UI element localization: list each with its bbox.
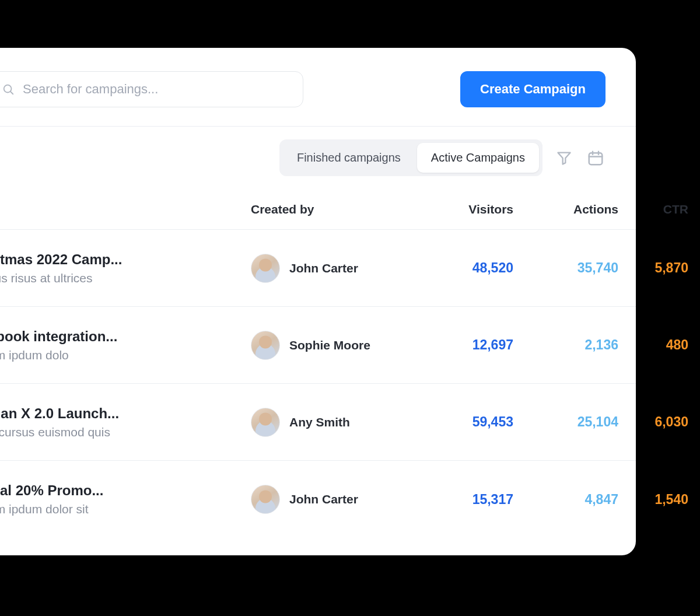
campaign-title: ebook integration... — [0, 328, 245, 345]
avatar — [251, 408, 280, 437]
campaign-subtitle: em ipdum dolo — [0, 348, 245, 362]
create-campaign-button[interactable]: Create Campaign — [460, 71, 606, 107]
svg-line-1 — [10, 92, 13, 94]
ctr-value: 480 — [618, 337, 688, 353]
creator-name: John Carter — [289, 492, 358, 506]
calendar-icon — [587, 149, 604, 167]
filter-button[interactable] — [554, 148, 574, 168]
actions-value: 25,104 — [513, 414, 618, 430]
campaigns-table: Created by Visitors Actions CTR istmas 2… — [0, 189, 636, 538]
tab-finished-campaigns[interactable]: Finished campaigns — [283, 143, 415, 173]
campaigns-card: Create Campaign Finished campaigns Activ… — [0, 48, 636, 555]
filter-icon — [556, 150, 572, 166]
table-row[interactable]: man X 2.0 Launch... u cursus euismod qui… — [0, 384, 636, 461]
date-button[interactable] — [586, 148, 606, 168]
ctr-value: 1,540 — [618, 492, 688, 508]
table-row[interactable]: ebook integration... em ipdum dolo Sophi… — [0, 307, 636, 384]
avatar — [251, 331, 280, 360]
avatar — [251, 485, 280, 514]
col-created-by: Created by — [245, 202, 408, 216]
creator-cell: John Carter — [245, 485, 408, 514]
creator-name: John Carter — [289, 261, 358, 275]
campaign-title: istmas 2022 Camp... — [0, 251, 245, 268]
creator-name: Any Smith — [289, 415, 350, 429]
creator-cell: John Carter — [245, 254, 408, 283]
actions-value: 35,740 — [513, 260, 618, 276]
campaign-cell: man X 2.0 Launch... u cursus euismod qui… — [0, 405, 245, 439]
filters-row: Finished campaigns Active Campaigns — [0, 127, 636, 189]
actions-value: 4,847 — [513, 492, 618, 508]
campaign-title: man X 2.0 Launch... — [0, 405, 245, 422]
table-row[interactable]: cial 20% Promo... em ipdum dolor sit Joh… — [0, 461, 636, 538]
svg-point-0 — [4, 85, 12, 93]
visitors-value: 12,697 — [408, 337, 513, 353]
search-icon — [2, 83, 15, 96]
col-ctr: CTR — [618, 202, 688, 216]
visitors-value: 48,520 — [408, 260, 513, 276]
svg-rect-3 — [589, 153, 603, 164]
tab-active-campaigns[interactable]: Active Campaigns — [417, 143, 539, 173]
campaign-subtitle: em ipdum dolor sit — [0, 502, 245, 516]
table-row[interactable]: istmas 2022 Camp... sus risus at ultrice… — [0, 230, 636, 307]
campaign-status-segment: Finished campaigns Active Campaigns — [279, 139, 542, 176]
campaign-cell: ebook integration... em ipdum dolo — [0, 328, 245, 362]
campaign-subtitle: sus risus at ultrices — [0, 271, 245, 285]
creator-cell: Sophie Moore — [245, 331, 408, 360]
visitors-value: 59,453 — [408, 414, 513, 430]
ctr-value: 6,030 — [618, 414, 688, 430]
avatar — [251, 254, 280, 283]
campaign-cell: cial 20% Promo... em ipdum dolor sit — [0, 482, 245, 516]
ctr-value: 5,870 — [618, 260, 688, 276]
creator-name: Sophie Moore — [289, 338, 370, 352]
creator-cell: Any Smith — [245, 408, 408, 437]
campaign-subtitle: u cursus euismod quis — [0, 425, 245, 439]
campaign-title: cial 20% Promo... — [0, 482, 245, 499]
col-visitors: Visitors — [408, 202, 513, 216]
svg-marker-2 — [558, 152, 570, 164]
search-input[interactable] — [23, 82, 290, 97]
campaign-cell: istmas 2022 Camp... sus risus at ultrice… — [0, 251, 245, 285]
header-row: Create Campaign — [0, 48, 636, 126]
actions-value: 2,136 — [513, 337, 618, 353]
table-header: Created by Visitors Actions CTR — [0, 189, 636, 230]
visitors-value: 15,317 — [408, 492, 513, 508]
col-actions: Actions — [513, 202, 618, 216]
search-field[interactable] — [0, 71, 303, 107]
